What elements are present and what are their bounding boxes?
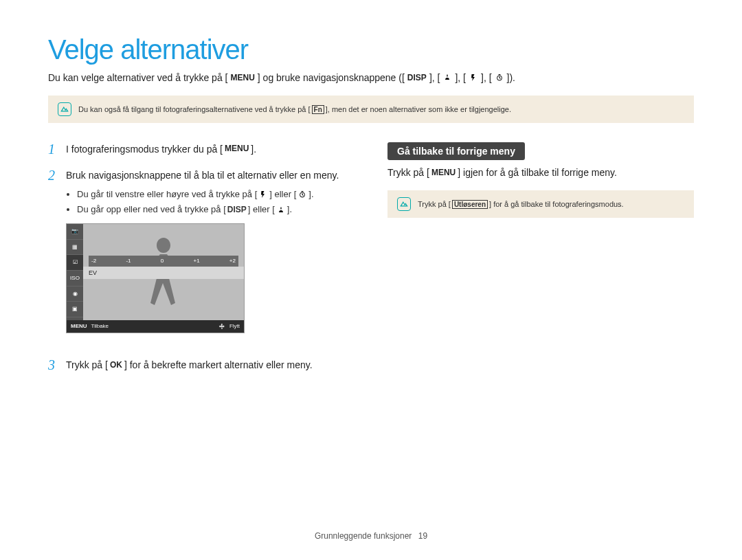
step-2-bullets: Du går til venstre eller høyre ved å try…: [66, 188, 355, 217]
note-text-2: Trykk på [ Utløseren ] for å gå tilbake …: [418, 200, 624, 209]
lcd-sidebar-item: ☑: [67, 255, 83, 271]
step-number: 2: [48, 168, 59, 346]
step-number: 3: [48, 358, 59, 372]
disp-button-label: DISP: [227, 204, 247, 216]
footer-page-number: 19: [418, 531, 427, 541]
s1-pre: I fotograferingsmodus trykker du på [: [66, 142, 223, 156]
note-icon: [58, 102, 71, 116]
step-2: 2 Bruk navigasjonsknappene til å bla til…: [48, 168, 355, 346]
b1-pre: Du går til venstre eller høyre ved å try…: [77, 188, 257, 201]
intro-text: Du kan velge alternativer ved å trykke p…: [48, 72, 694, 83]
b2-post: ].: [287, 203, 292, 216]
shutter-button-label: Utløseren: [452, 200, 488, 209]
left-column: 1 I fotograferingsmodus trykker du på [ …: [48, 142, 355, 385]
note1-pre: Du kan også få tilgang til fotografering…: [78, 105, 311, 113]
lcd-foot-back: Tilbake: [91, 322, 109, 331]
lcd-foot-move: Flytt: [229, 322, 240, 331]
s2-text: Bruk navigasjonsknappene til å bla til e…: [66, 168, 355, 182]
page-footer: Grunnleggende funksjoner 19: [0, 531, 742, 541]
note2-post: ] for å gå tilbake til fotograferingsmod…: [489, 200, 624, 208]
lcd-sidebar: 📷 ▦ ☑ ISO ◉ ▣ ✷: [67, 224, 83, 333]
note2-pre: Trykk på [: [418, 200, 451, 208]
intro-sep3: ], [: [481, 72, 492, 83]
footer-section: Grunnleggende funksjoner: [315, 531, 412, 541]
lcd-sidebar-item: ▣: [67, 302, 83, 317]
lcd-sidebar-item: 📷: [67, 224, 83, 240]
b2-mid: ] eller [: [248, 203, 275, 216]
menu-button-label: MENU: [225, 143, 249, 155]
ev-tick: -1: [126, 257, 131, 265]
b1-post: ].: [308, 188, 313, 201]
step-number: 1: [48, 142, 59, 156]
rl-post: ] igjen for å gå tilbake til forrige men…: [458, 167, 617, 178]
page-title: Velge alternativer: [48, 34, 694, 65]
step-3: 3 Trykk på [ OK ] for å bekrefte markert…: [48, 358, 355, 372]
lcd-main: -2 -1 0 +1 +2 EV: [83, 224, 244, 320]
intro-end: ]).: [507, 72, 515, 83]
list-item: Du går opp eller ned ved å trykke på [ D…: [77, 203, 355, 216]
note1-post: ], men det er noen alternativer som ikke…: [326, 105, 511, 113]
step-body: I fotograferingsmodus trykker du på [ ME…: [66, 142, 355, 156]
lcd-sidebar-item: ISO: [67, 271, 83, 287]
flash-icon: [469, 73, 478, 82]
timer-icon: [495, 73, 504, 82]
menu-button-label: MENU: [431, 168, 456, 177]
timer-icon: [297, 190, 307, 199]
intro-sep2: ], [: [455, 72, 466, 83]
lcd-sidebar-item: ◉: [67, 287, 83, 302]
menu-button-label: MENU: [230, 73, 254, 82]
ok-button-label: OK: [110, 359, 122, 371]
lcd-preview: 📷 ▦ ☑ ISO ◉ ▣ ✷: [66, 223, 245, 333]
page: Velge alternativer Du kan velge alternat…: [0, 0, 742, 385]
macro-icon: [276, 205, 286, 215]
step-1: 1 I fotograferingsmodus trykker du på [ …: [48, 142, 355, 156]
lcd-footer: MENU Tilbake Flytt: [67, 320, 244, 333]
menu-button-label: MENU: [71, 322, 87, 331]
ev-tick: +2: [229, 257, 236, 265]
right-column: Gå tilbake til forrige meny Trykk på [ M…: [387, 142, 694, 385]
intro-sep1: ], [: [429, 72, 440, 83]
note-icon: [397, 197, 411, 211]
b2-pre: Du går opp eller ned ved å trykke på [: [77, 203, 226, 216]
ev-tick: -2: [91, 257, 96, 265]
ev-tick: 0: [161, 257, 164, 265]
rl-pre: Trykk på [: [387, 167, 429, 178]
move-icon: [218, 323, 225, 330]
lcd-sidebar-item: ▦: [67, 240, 83, 256]
step-body: Bruk navigasjonsknappene til å bla til e…: [66, 168, 355, 346]
intro-pre: Du kan velge alternativer ved å trykke p…: [48, 72, 227, 83]
s1-post: ].: [251, 142, 256, 156]
lcd-ev-scale: -2 -1 0 +1 +2: [89, 256, 238, 267]
note-box-1: Du kan også få tilgang til fotografering…: [48, 96, 694, 123]
flash-icon: [258, 190, 268, 199]
intro-mid: ] og bruke navigasjonsknappene ([: [258, 72, 405, 83]
macro-icon: [442, 73, 452, 82]
fn-button-label: Fn: [312, 105, 324, 114]
right-line: Trykk på [ MENU ] igjen for å gå tilbake…: [387, 167, 694, 178]
disp-button-label: DISP: [407, 73, 427, 82]
b1-mid: ] eller [: [269, 188, 296, 201]
section-header: Gå tilbake til forrige meny: [387, 142, 525, 160]
list-item: Du går til venstre eller høyre ved å try…: [77, 188, 355, 201]
lcd-ev-label: EV: [83, 267, 244, 279]
step-body: Trykk på [ OK ] for å bekrefte markert a…: [66, 358, 355, 372]
columns: 1 I fotograferingsmodus trykker du på [ …: [48, 142, 694, 385]
note-box-2: Trykk på [ Utløseren ] for å gå tilbake …: [387, 190, 694, 218]
s3-post: ] for å bekrefte markert alternativ elle…: [124, 358, 313, 372]
s3-pre: Trykk på [: [66, 358, 108, 372]
ev-tick: +1: [193, 257, 199, 265]
note-text-1: Du kan også få tilgang til fotografering…: [78, 105, 511, 114]
